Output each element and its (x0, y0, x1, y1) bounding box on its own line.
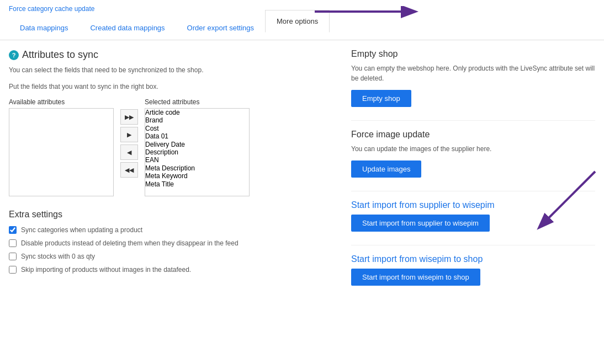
available-attributes-box[interactable] (9, 108, 114, 196)
attributes-layout: Available attributes ▶▶ ▶ ◀ ◀◀ Selected … (9, 98, 318, 196)
update-images-button[interactable]: Update images (351, 160, 421, 178)
selected-attributes-container: Selected attributes Article codeBrandCos… (145, 98, 250, 196)
desc-line2: Put the fields that you want to sync in … (9, 82, 318, 92)
selected-attributes-box[interactable]: Article codeBrandCostData 01Delivery Dat… (145, 108, 250, 196)
import-wisepim-section: Start import from wisepim to shop Start … (351, 254, 595, 286)
checkbox-disable-products[interactable] (9, 239, 17, 247)
checkbox-skip-importing-label: Skip importing of products without image… (21, 266, 191, 274)
force-image-description: You can update the images of the supplie… (351, 144, 595, 154)
extra-settings-title: Extra settings (9, 210, 318, 220)
empty-shop-title: Empty shop (351, 49, 595, 59)
empty-shop-description: You can empty the webshop here. Only pro… (351, 63, 595, 83)
empty-shop-button[interactable]: Empty shop (351, 90, 411, 107)
checkbox-sync-categories[interactable] (9, 226, 17, 234)
force-cache-link[interactable]: Force category cache update (9, 5, 94, 13)
selected-attributes-select[interactable]: Article codeBrandCostData 01Delivery Dat… (145, 109, 250, 196)
tab-more-options[interactable]: More options (265, 10, 330, 33)
one-left-button[interactable]: ◀ (120, 144, 138, 160)
checkbox-sync-stocks-row: Sync stocks with 0 as qty (9, 253, 318, 260)
checkbox-sync-categories-label: Sync categories when updating a product (21, 226, 142, 234)
tabs-container: Data mappings Created data mappings Orde… (0, 17, 604, 40)
divider-2 (351, 191, 595, 191)
help-icon[interactable]: ? (9, 50, 19, 60)
selected-label: Selected attributes (145, 98, 250, 106)
import-supplier-button[interactable]: Start import from supplier to wisepim (351, 215, 490, 232)
all-right-button[interactable]: ▶▶ (120, 109, 138, 125)
checkbox-disable-products-row: Disable products instead of deleting the… (9, 239, 318, 247)
attributes-section-title: ? Attributes to sync (9, 49, 318, 61)
force-image-title: Force image update (351, 130, 595, 140)
checkbox-sync-stocks-label: Sync stocks with 0 as qty (21, 253, 95, 260)
all-left-button[interactable]: ◀◀ (120, 162, 138, 178)
left-panel: ? Attributes to sync You can select the … (9, 49, 318, 299)
desc-line1: You can select the fields that need to b… (9, 65, 318, 75)
divider-1 (351, 120, 595, 121)
import-wisepim-button[interactable]: Start import from wisepim to shop (351, 269, 480, 286)
checkbox-disable-products-label: Disable products instead of deleting the… (21, 239, 239, 247)
empty-shop-section: Empty shop You can empty the webshop her… (351, 49, 595, 107)
import-wisepim-title: Start import from wisepim to shop (351, 254, 595, 264)
checkbox-sync-stocks[interactable] (9, 253, 17, 260)
transfer-buttons: ▶▶ ▶ ◀ ◀◀ (120, 98, 138, 178)
tab-order-export-settings[interactable]: Order export settings (176, 17, 265, 40)
main-content: ? Attributes to sync You can select the … (0, 40, 604, 308)
checkbox-sync-categories-row: Sync categories when updating a product (9, 226, 318, 234)
checkbox-skip-importing-row: Skip importing of products without image… (9, 266, 318, 274)
tab-created-data-mappings[interactable]: Created data mappings (79, 17, 176, 40)
available-attributes-container: Available attributes (9, 98, 114, 196)
divider-3 (351, 245, 595, 245)
right-panel: Empty shop You can empty the webshop her… (340, 49, 595, 299)
extra-settings-section: Extra settings Sync categories when upda… (9, 210, 318, 274)
tab-data-mappings[interactable]: Data mappings (9, 17, 79, 40)
one-right-button[interactable]: ▶ (120, 127, 138, 142)
import-supplier-title: Start import from supplier to wisepim (351, 200, 595, 210)
available-label: Available attributes (9, 98, 114, 106)
force-image-update-section: Force image update You can update the im… (351, 130, 595, 178)
checkbox-skip-importing[interactable] (9, 266, 17, 274)
import-supplier-section: Start import from supplier to wisepim St… (351, 200, 595, 232)
